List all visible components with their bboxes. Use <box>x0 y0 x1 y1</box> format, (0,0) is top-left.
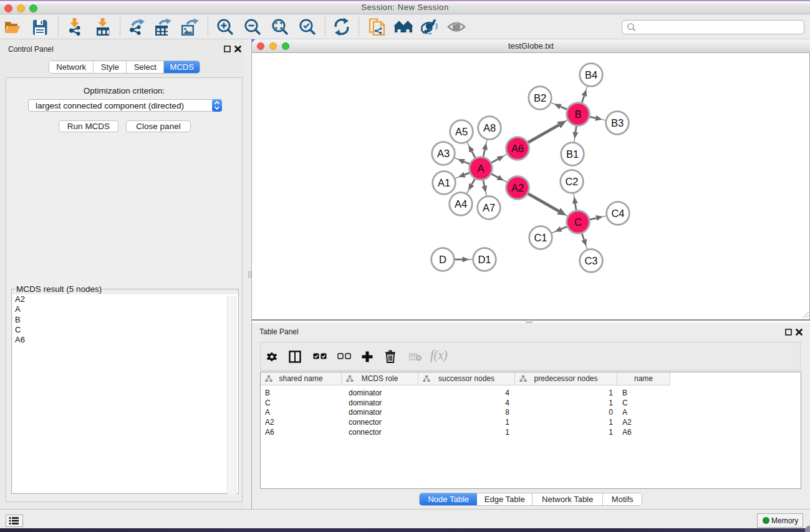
svg-text:C: C <box>574 216 582 228</box>
svg-text:A: A <box>477 163 484 174</box>
svg-text:C4: C4 <box>611 208 624 219</box>
svg-text:A4: A4 <box>455 198 467 210</box>
svg-text:A8: A8 <box>483 122 496 133</box>
svg-text:C1: C1 <box>534 232 547 243</box>
svg-text:A7: A7 <box>483 202 495 213</box>
svg-text:A2: A2 <box>511 182 524 193</box>
svg-text:B: B <box>574 109 581 120</box>
svg-text:B1: B1 <box>566 148 579 160</box>
svg-text:A1: A1 <box>438 177 450 188</box>
svg-text:A5: A5 <box>455 126 468 137</box>
svg-text:C3: C3 <box>584 255 597 266</box>
svg-text:A6: A6 <box>511 143 524 154</box>
svg-text:C2: C2 <box>565 176 578 187</box>
svg-text:B4: B4 <box>585 69 597 80</box>
svg-text:B3: B3 <box>611 117 624 128</box>
svg-text:A3: A3 <box>437 148 450 159</box>
svg-text:B2: B2 <box>534 92 546 104</box>
svg-text:D: D <box>439 254 446 265</box>
svg-text:D1: D1 <box>478 254 491 265</box>
